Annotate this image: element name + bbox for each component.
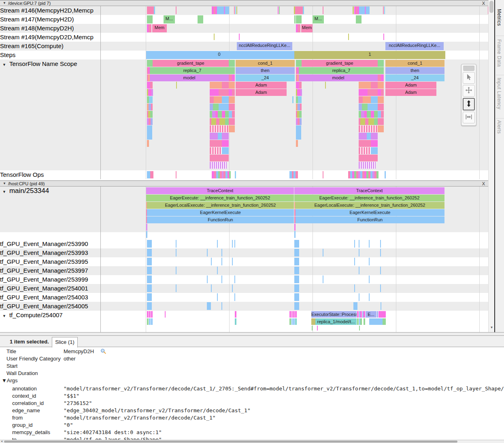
trace-event[interactable] <box>221 276 222 283</box>
trace-event[interactable] <box>229 74 232 81</box>
trace-event[interactable] <box>296 15 302 23</box>
trace-event[interactable]: TraceContext <box>294 187 444 194</box>
trace-event[interactable] <box>359 155 378 161</box>
trace-event[interactable] <box>378 82 384 89</box>
trace-event[interactable] <box>379 311 386 318</box>
trace-event[interactable]: gradient_tape <box>302 60 378 67</box>
trace-event[interactable] <box>294 240 299 248</box>
trace-event[interactable] <box>360 311 362 318</box>
trace-event[interactable] <box>234 240 235 248</box>
trace-event[interactable] <box>371 82 378 89</box>
trace-event[interactable]: EagerLocalExecute: __inference_train_fun… <box>147 202 294 209</box>
trace-event[interactable] <box>377 311 378 318</box>
trace-event[interactable] <box>294 276 299 283</box>
trace-event[interactable] <box>151 104 153 110</box>
close-icon[interactable]: X <box>482 181 485 187</box>
trace-event[interactable] <box>210 133 218 140</box>
trace-event[interactable] <box>359 147 371 154</box>
trace-event[interactable] <box>380 249 381 256</box>
trace-event[interactable]: Mem <box>301 24 313 32</box>
trace-event[interactable] <box>295 6 303 14</box>
trace-event[interactable]: ncclAllReduceRingLLKe... <box>237 42 292 50</box>
trace-event[interactable] <box>295 318 297 325</box>
trace-event[interactable] <box>294 258 299 265</box>
trace-event[interactable] <box>371 111 374 118</box>
trace-event[interactable]: EagerLocalExecute: __inference_train_fun… <box>295 202 444 209</box>
trace-event[interactable] <box>147 6 154 14</box>
close-icon[interactable]: X <box>482 0 485 6</box>
trace-event[interactable] <box>151 89 153 96</box>
trace-event[interactable] <box>147 60 153 67</box>
trace-event[interactable] <box>296 125 301 140</box>
trace-event[interactable] <box>210 89 219 96</box>
trace-event[interactable] <box>150 82 153 89</box>
trace-event[interactable] <box>232 89 235 96</box>
trace-event[interactable]: TraceContext <box>146 187 294 194</box>
trace-event[interactable] <box>294 224 296 231</box>
trace-event[interactable] <box>354 240 355 248</box>
trace-event[interactable] <box>381 302 381 310</box>
trace-event[interactable] <box>212 111 215 118</box>
trace-event[interactable]: EagerKernelExecute <box>296 209 444 216</box>
trace-event[interactable] <box>222 96 229 103</box>
trace-event[interactable] <box>146 224 147 231</box>
trace-event[interactable] <box>374 111 378 118</box>
trace-event[interactable] <box>368 89 378 96</box>
trace-event[interactable] <box>383 6 384 14</box>
trace-event[interactable] <box>218 111 222 118</box>
trace-event[interactable] <box>222 147 229 154</box>
trace-event[interactable] <box>323 276 323 283</box>
pan-tool-button[interactable] <box>463 85 475 97</box>
trace-event[interactable] <box>294 267 299 274</box>
trace-event[interactable] <box>229 82 235 89</box>
trace-event[interactable]: EagerExecute: __inference_train_function… <box>146 195 294 201</box>
trace-event[interactable] <box>147 284 152 292</box>
trace-event[interactable] <box>176 82 177 89</box>
trace-event[interactable] <box>360 118 365 125</box>
trace-event[interactable]: Adam <box>236 89 287 96</box>
trace-event[interactable] <box>369 258 370 265</box>
trace-event[interactable] <box>147 311 149 318</box>
trace-event[interactable] <box>289 318 291 325</box>
trace-event[interactable] <box>294 302 299 310</box>
trace-event[interactable] <box>234 6 235 14</box>
trace-event[interactable] <box>207 249 208 256</box>
trace-event[interactable] <box>374 118 378 125</box>
trace-event[interactable] <box>359 82 371 89</box>
trace-event[interactable] <box>219 104 229 110</box>
scroll-down-icon[interactable]: ▾ <box>489 325 495 329</box>
trace-event[interactable] <box>366 6 370 14</box>
args-section-header[interactable]: ▼Args <box>2 377 18 384</box>
trace-event[interactable] <box>317 326 318 331</box>
trace-event[interactable] <box>165 311 166 318</box>
trace-event[interactable]: cond_1 <box>385 60 444 67</box>
trace-event[interactable] <box>299 111 302 118</box>
trace-event[interactable] <box>210 140 222 147</box>
trace-event[interactable] <box>383 34 384 40</box>
collapse-icon[interactable]: ▼ <box>2 190 6 194</box>
trace-event[interactable] <box>225 6 229 14</box>
trace-event[interactable]: FunctionRun <box>147 216 294 223</box>
trace-event[interactable] <box>383 318 386 325</box>
trace-event[interactable] <box>210 125 229 132</box>
trace-event[interactable] <box>371 147 378 154</box>
trace-event[interactable] <box>214 96 222 103</box>
trace-event[interactable] <box>278 6 279 14</box>
trace-event[interactable] <box>150 171 153 178</box>
trace-event[interactable]: _24 <box>385 74 444 81</box>
trace-event[interactable] <box>210 155 229 161</box>
trace-event[interactable] <box>151 118 153 125</box>
trace-event[interactable] <box>235 318 236 325</box>
trace-event[interactable] <box>378 111 381 118</box>
trace-event[interactable] <box>363 96 371 103</box>
trace-event[interactable] <box>371 140 378 147</box>
trace-event[interactable]: 0 <box>146 51 292 59</box>
horizontal-scrollbar-thumb[interactable] <box>4 441 457 443</box>
trace-event[interactable] <box>378 74 381 81</box>
trace-event[interactable] <box>229 111 232 118</box>
trace-event[interactable]: gradient_tape <box>153 60 229 67</box>
trace-event[interactable] <box>380 284 381 292</box>
trace-event[interactable] <box>219 118 225 125</box>
trace-event[interactable] <box>378 125 384 132</box>
trace-event[interactable] <box>210 82 222 89</box>
